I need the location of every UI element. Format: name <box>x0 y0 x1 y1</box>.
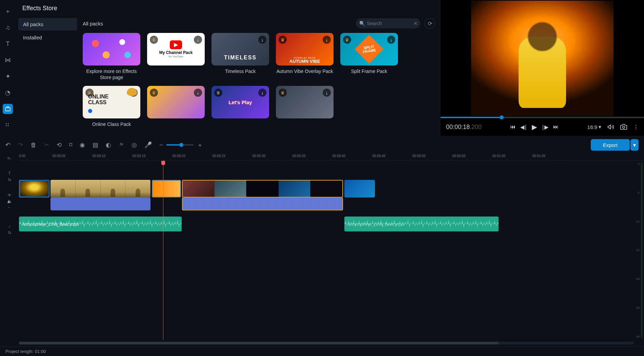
pack-card: ♛↓Let's Play <box>212 86 269 127</box>
search-input[interactable] <box>356 18 420 29</box>
preview-viewport[interactable] <box>441 0 644 117</box>
pack-thumbnail[interactable]: ↓TIMELESS <box>212 33 269 65</box>
effects-store-icon[interactable] <box>3 104 13 114</box>
redo-icon: ↷ <box>18 141 23 149</box>
video-clip[interactable] <box>344 180 375 198</box>
pack-card: ♛↓OVERLAY PACKAUTUMN VIBEAutumn Vibe Ove… <box>276 33 334 80</box>
download-icon[interactable]: ↓ <box>387 36 395 44</box>
ruler-tick: 00:00:45 <box>373 154 386 158</box>
timeline: ≡₊ T ⇆ 👁 🔈 ← ♪ ⇆ 00:00:0 <box>0 154 644 356</box>
status-bar: Project length: 01:00 <box>0 346 644 356</box>
chevron-down-icon: ▾ <box>599 124 601 130</box>
add-track-icon[interactable]: ≡₊ <box>7 156 12 161</box>
ruler-tick: 00:00:00 <box>19 154 25 158</box>
ruler-tick: 00:00:05 <box>53 154 66 158</box>
video-clip[interactable] <box>19 180 49 198</box>
add-media-icon[interactable]: ＋ <box>3 6 13 16</box>
crop-icon[interactable]: ⌑ <box>69 141 72 149</box>
svg-point-5 <box>623 126 625 129</box>
record-icon[interactable]: ◉ <box>80 141 85 149</box>
chroma-key-icon[interactable]: ◎ <box>132 141 137 149</box>
attached-audio-track[interactable] <box>19 198 634 210</box>
audio-track-icon[interactable]: ♪ <box>8 224 11 229</box>
pack-card: ♛↓SPLITFRAMESplit Frame Pack <box>340 33 398 80</box>
effects-icon[interactable]: ✦ <box>3 71 13 81</box>
step-forward-icon[interactable]: ∣▶ <box>542 124 548 130</box>
download-icon[interactable]: ↓ <box>323 36 331 44</box>
premium-badge-icon: ♛ <box>279 89 287 97</box>
aspect-ratio-select[interactable]: 16:9 ▾ <box>587 124 601 130</box>
snapshot-icon[interactable] <box>620 124 627 130</box>
track-link-icon[interactable]: ⇆ <box>8 177 11 182</box>
project-length-label: Project length: 01:00 <box>5 349 46 354</box>
color-adjust-icon[interactable]: ◐ <box>106 141 111 149</box>
preview-seek-bar[interactable] <box>441 117 644 118</box>
download-icon[interactable]: ↓ <box>194 89 202 97</box>
delete-icon[interactable]: 🗑 <box>31 142 37 149</box>
video-clip[interactable] <box>51 180 150 198</box>
track-mute-icon[interactable]: 🔈 <box>7 199 12 204</box>
attached-audio-clip[interactable] <box>182 198 343 210</box>
goto-end-icon[interactable]: ⏭ <box>553 124 559 130</box>
track-visibility-icon[interactable]: 👁 <box>7 193 12 198</box>
more-tools-icon[interactable] <box>3 120 13 130</box>
attached-audio-clip[interactable] <box>51 198 150 210</box>
preview-panel: 00:00:18.200 ⏮ ◀∣ ▶ ∣▶ ⏭ 16:9 ▾ <box>441 0 644 136</box>
step-back-icon[interactable]: ◀∣ <box>520 124 527 130</box>
svg-marker-4 <box>608 125 611 129</box>
timeline-h-scrollbar[interactable] <box>19 342 634 344</box>
clip-properties-icon[interactable]: ▤ <box>93 141 98 149</box>
zoom-in-icon[interactable]: ＋ <box>197 141 203 149</box>
pack-card: ♛↓ <box>276 86 334 127</box>
timeline-ruler[interactable]: 00:00:0000:00:0500:00:1000:00:1500:00:20… <box>19 154 644 161</box>
ruler-tick: 00:00:40 <box>333 154 346 158</box>
download-icon[interactable]: ↓ <box>258 89 266 97</box>
video-clip[interactable] <box>182 180 343 198</box>
category-item[interactable]: All packs <box>18 18 77 31</box>
left-tool-sidebar: ＋ ♫ T ⋈ ✦ ◔ <box>0 0 16 136</box>
pack-thumbnail[interactable]: ♛↓▶My Channel Packfor YouTube <box>147 33 205 65</box>
category-item[interactable]: Installed <box>18 31 77 44</box>
timeline-zoom-slider[interactable]: − ＋ <box>159 141 203 149</box>
play-icon[interactable]: ▶ <box>532 123 537 131</box>
search-clear-icon[interactable]: ✕ <box>414 21 418 26</box>
zoom-out-icon[interactable]: − <box>159 142 163 149</box>
refresh-button[interactable]: ⟳ <box>424 18 435 29</box>
volume-icon[interactable] <box>607 124 614 130</box>
track-text-icon[interactable]: T <box>8 171 11 176</box>
category-sidebar: All packsInstalled <box>16 15 80 136</box>
ruler-tick: 00:00:35 <box>293 154 306 158</box>
undo-icon[interactable]: ↶ <box>5 141 11 149</box>
export-dropdown-icon[interactable]: ▾ <box>630 139 639 151</box>
pack-thumbnail[interactable]: ♛↓ONLINECLASS <box>83 86 140 118</box>
pack-thumbnail[interactable]: ♛↓OVERLAY PACKAUTUMN VIBE <box>276 33 334 65</box>
elements-icon[interactable]: ◔ <box>3 88 13 98</box>
pack-thumbnail[interactable]: ♛↓ <box>147 86 205 118</box>
voiceover-icon[interactable]: 🎤 <box>144 141 152 149</box>
audio-clip-label: Atmosphere_Chill_Beat.mp3 <box>22 222 78 227</box>
audio-clip[interactable]: Atmosphere_Chill_Beat.mp3 <box>19 217 182 231</box>
goto-start-icon[interactable]: ⏮ <box>510 124 516 130</box>
audio-link-icon[interactable]: ⇆ <box>8 230 11 235</box>
pack-thumbnail[interactable] <box>83 33 140 65</box>
audio-track[interactable]: Atmosphere_Chill_Beat.mp3 Atmosphere_Chi… <box>19 217 634 231</box>
download-icon[interactable]: ↓ <box>258 36 266 44</box>
svg-point-3 <box>8 125 9 126</box>
titles-icon[interactable]: T <box>3 39 13 49</box>
audio-clip[interactable]: Atmosphere_Chill_Beat.mp3 <box>344 217 499 231</box>
transitions-icon[interactable]: ⋈ <box>3 55 13 65</box>
video-clip[interactable] <box>152 180 181 198</box>
audio-icon[interactable]: ♫ <box>3 22 13 33</box>
pack-thumbnail[interactable]: ♛↓Let's Play <box>212 86 269 118</box>
download-icon[interactable]: ↓ <box>323 89 331 97</box>
rotate-icon[interactable]: ⟲ <box>57 141 62 149</box>
pack-card: ♛↓▶My Channel Packfor YouTube <box>147 33 205 80</box>
export-button[interactable]: Export <box>591 139 630 151</box>
pack-thumbnail[interactable]: ♛↓SPLITFRAME <box>340 33 398 65</box>
track-lock-icon[interactable]: ← <box>7 205 12 210</box>
svg-point-1 <box>8 123 9 124</box>
preview-menu-icon[interactable]: ⋮ <box>633 124 639 130</box>
video-track[interactable] <box>19 180 634 198</box>
pack-card: ♛↓ <box>147 86 205 127</box>
pack-thumbnail[interactable]: ♛↓ <box>276 86 334 118</box>
